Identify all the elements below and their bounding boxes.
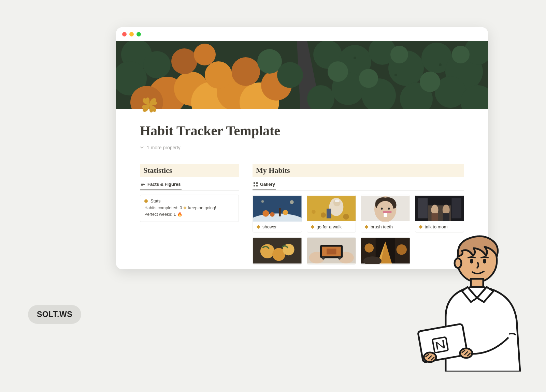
habit-card[interactable] [253, 237, 302, 265]
tab-facts-figures[interactable]: Facts & Figures [140, 180, 182, 190]
diamond-icon [364, 225, 369, 229]
svg-rect-55 [256, 225, 260, 229]
page-cover-image[interactable] [116, 41, 488, 109]
statistics-column: Statistics Facts & Figures Stats [140, 164, 239, 222]
tab-gallery[interactable]: Gallery [253, 180, 276, 190]
card-thumbnail [415, 195, 464, 222]
tab-label: Gallery [260, 182, 275, 187]
habit-card[interactable]: go for a walk [307, 195, 356, 232]
svg-rect-74 [418, 198, 428, 218]
page-title[interactable]: Habit Tracker Template [140, 123, 464, 139]
stats-card[interactable]: Stats Habits completed: 0 keep on going!… [140, 195, 239, 222]
svg-rect-43 [254, 182, 255, 184]
svg-point-103 [455, 258, 461, 268]
card-thumbnail [253, 195, 302, 222]
svg-rect-91 [327, 248, 336, 254]
card-label: shower [262, 224, 277, 229]
svg-point-59 [343, 214, 349, 220]
card-thumbnail [307, 238, 356, 264]
habit-card[interactable] [361, 237, 410, 265]
stats-card-title-row: Stats [144, 198, 234, 203]
svg-point-68 [381, 208, 383, 210]
svg-rect-106 [471, 279, 483, 287]
svg-point-34 [277, 62, 303, 88]
svg-rect-40 [141, 184, 145, 185]
svg-point-104 [470, 259, 473, 263]
habit-card[interactable]: shower [253, 195, 302, 232]
svg-point-69 [388, 208, 390, 210]
card-thumbnail [361, 238, 410, 264]
timeline-icon [141, 182, 145, 187]
habits-view-tabs: Gallery [253, 180, 464, 191]
svg-point-93 [338, 257, 341, 260]
svg-rect-65 [311, 225, 314, 229]
svg-point-29 [231, 57, 260, 86]
svg-rect-45 [254, 185, 255, 186]
svg-point-57 [320, 212, 326, 217]
svg-point-3 [143, 51, 171, 78]
svg-rect-42 [184, 206, 187, 210]
svg-rect-75 [451, 198, 461, 218]
svg-point-37 [394, 74, 397, 76]
habits-header: My Habits [253, 164, 464, 177]
svg-point-19 [359, 69, 378, 88]
svg-rect-44 [256, 182, 258, 184]
diamond-icon [256, 225, 260, 229]
svg-rect-46 [256, 185, 258, 186]
svg-point-36 [354, 57, 356, 59]
svg-point-49 [263, 210, 269, 217]
fire-icon: 🔥 [177, 212, 183, 217]
svg-point-20 [390, 46, 408, 63]
habit-card[interactable]: brush teeth [361, 195, 410, 232]
svg-rect-39 [141, 183, 144, 183]
svg-rect-80 [443, 213, 449, 221]
card-label: brush teeth [371, 224, 393, 229]
bullet-icon [144, 199, 148, 203]
svg-point-22 [452, 46, 470, 63]
svg-rect-72 [364, 225, 368, 229]
svg-point-83 [260, 244, 275, 258]
stats-line-2: Perfect weeks: 1 🔥 [144, 212, 234, 217]
card-thumbnail [253, 238, 302, 264]
window-titlebar [116, 27, 488, 41]
watermark-text: SOLT.WS [37, 310, 72, 319]
chevron-down-icon [140, 146, 144, 150]
svg-point-31 [171, 48, 197, 74]
svg-point-30 [205, 61, 232, 89]
window-close-icon[interactable] [122, 32, 127, 36]
svg-point-105 [483, 259, 486, 263]
svg-point-21 [420, 72, 440, 92]
svg-point-60 [312, 210, 315, 214]
tab-label: Facts & Figures [147, 182, 181, 187]
window-minimize-icon[interactable] [129, 32, 134, 36]
svg-rect-41 [141, 185, 143, 186]
gallery-icon [253, 182, 258, 187]
card-thumbnail [307, 195, 356, 222]
svg-rect-71 [383, 211, 392, 213]
svg-rect-63 [335, 199, 339, 202]
card-label: go for a walk [317, 224, 342, 229]
habit-card[interactable] [307, 237, 356, 265]
statistics-view-tabs: Facts & Figures [140, 180, 239, 191]
svg-point-53 [290, 200, 293, 204]
page-icon[interactable] [140, 95, 159, 115]
svg-point-99 [364, 243, 374, 253]
svg-point-38 [439, 63, 442, 66]
character-illustration [416, 228, 532, 372]
window-maximize-icon[interactable] [136, 32, 141, 36]
svg-point-54 [261, 200, 264, 203]
more-properties-toggle[interactable]: 1 more property [140, 145, 464, 150]
svg-point-50 [270, 212, 274, 216]
diamond-icon [183, 206, 187, 210]
habit-card[interactable]: talk to mom [415, 195, 464, 232]
svg-rect-64 [327, 209, 331, 218]
diamond-icon [311, 225, 315, 229]
card-thumbnail [361, 195, 410, 222]
svg-point-32 [194, 44, 216, 65]
svg-rect-51 [279, 208, 281, 216]
svg-point-52 [283, 210, 288, 215]
svg-rect-70 [384, 212, 387, 217]
svg-point-18 [328, 61, 348, 82]
svg-point-100 [397, 244, 407, 255]
more-properties-label: 1 more property [147, 145, 181, 150]
